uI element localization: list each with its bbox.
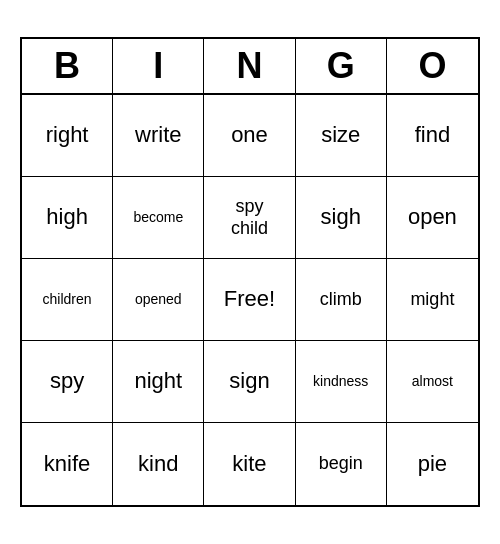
bingo-cell: write — [113, 95, 204, 177]
cell-text: become — [133, 209, 183, 226]
cell-text: kind — [138, 451, 178, 477]
bingo-cell: sign — [204, 341, 295, 423]
cell-text: open — [408, 204, 457, 230]
bingo-cell: right — [22, 95, 113, 177]
cell-text: sigh — [321, 204, 361, 230]
bingo-cell: become — [113, 177, 204, 259]
cell-text: opened — [135, 291, 182, 308]
bingo-cell: high — [22, 177, 113, 259]
bingo-cell: find — [387, 95, 478, 177]
bingo-header: BINGO — [22, 39, 478, 95]
bingo-cell: climb — [296, 259, 387, 341]
cell-text: one — [231, 122, 268, 148]
header-letter: I — [113, 39, 204, 93]
header-letter: B — [22, 39, 113, 93]
cell-text: might — [410, 289, 454, 311]
cell-text: children — [43, 291, 92, 308]
cell-text: spy — [50, 368, 84, 394]
bingo-cell: Free! — [204, 259, 295, 341]
bingo-grid: rightwriteonesizefindhighbecomespychilds… — [22, 95, 478, 505]
cell-text: spychild — [231, 196, 268, 239]
cell-text: Free! — [224, 286, 275, 312]
cell-text: high — [46, 204, 88, 230]
cell-text: kite — [232, 451, 266, 477]
cell-text: night — [134, 368, 182, 394]
header-letter: N — [204, 39, 295, 93]
cell-text: right — [46, 122, 89, 148]
bingo-cell: kindness — [296, 341, 387, 423]
header-letter: O — [387, 39, 478, 93]
cell-text: climb — [320, 289, 362, 311]
bingo-cell: opened — [113, 259, 204, 341]
bingo-cell: pie — [387, 423, 478, 505]
bingo-card: BINGO rightwriteonesizefindhighbecomespy… — [20, 37, 480, 507]
bingo-cell: almost — [387, 341, 478, 423]
bingo-cell: knife — [22, 423, 113, 505]
bingo-cell: night — [113, 341, 204, 423]
bingo-cell: spy — [22, 341, 113, 423]
cell-text: almost — [412, 373, 453, 390]
cell-text: find — [415, 122, 450, 148]
cell-text: sign — [229, 368, 269, 394]
bingo-cell: children — [22, 259, 113, 341]
cell-text: begin — [319, 453, 363, 475]
bingo-cell: open — [387, 177, 478, 259]
cell-text: size — [321, 122, 360, 148]
bingo-cell: begin — [296, 423, 387, 505]
bingo-cell: spychild — [204, 177, 295, 259]
bingo-cell: might — [387, 259, 478, 341]
bingo-cell: kind — [113, 423, 204, 505]
header-letter: G — [296, 39, 387, 93]
cell-text: write — [135, 122, 181, 148]
cell-text: pie — [418, 451, 447, 477]
bingo-cell: size — [296, 95, 387, 177]
bingo-cell: one — [204, 95, 295, 177]
bingo-cell: sigh — [296, 177, 387, 259]
bingo-cell: kite — [204, 423, 295, 505]
cell-text: knife — [44, 451, 90, 477]
cell-text: kindness — [313, 373, 368, 390]
